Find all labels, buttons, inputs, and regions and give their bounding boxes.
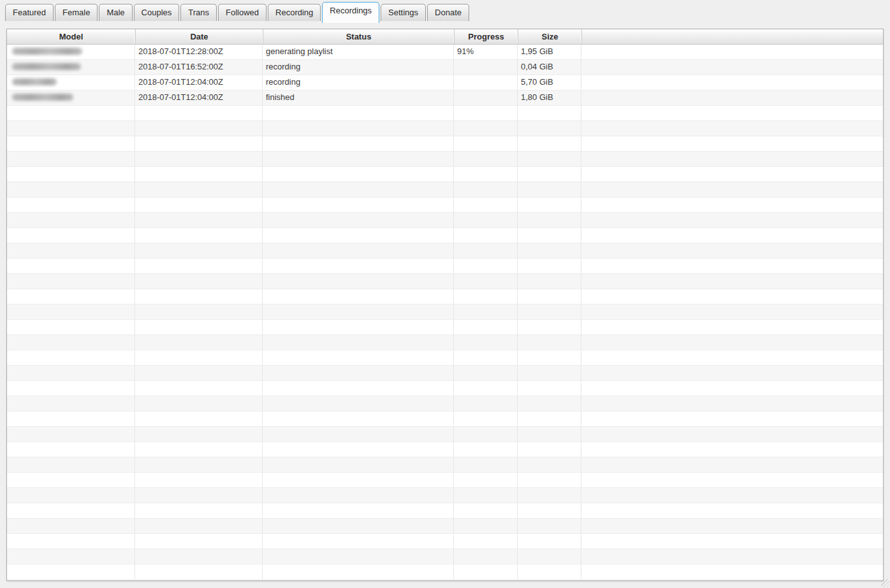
date-cell (135, 167, 263, 182)
progress-cell: 91% (454, 45, 518, 59)
size-cell (518, 320, 581, 334)
table-row[interactable]: 2018-07-01T12:04:00Zrecording5,70 GiB (7, 75, 883, 90)
column-header-progress[interactable]: Progress (455, 29, 518, 44)
model-cell (7, 488, 135, 503)
table-row-empty (7, 503, 883, 519)
tab-followed[interactable]: Followed (218, 4, 266, 21)
status-cell: generating playlist (263, 45, 454, 59)
size-cell (518, 396, 581, 411)
status-cell (263, 121, 454, 136)
filler-cell (581, 197, 883, 212)
date-cell (135, 320, 263, 334)
size-cell (518, 259, 581, 273)
table-row-empty (7, 228, 883, 243)
table-body: 2018-07-01T12:28:00Zgenerating playlist9… (7, 45, 883, 580)
tab-trans[interactable]: Trans (180, 4, 217, 21)
status-cell (263, 259, 454, 273)
filler-cell (581, 289, 883, 304)
size-cell (518, 442, 581, 457)
date-cell (135, 473, 263, 487)
size-cell (518, 228, 581, 243)
status-cell (263, 381, 454, 396)
table-row-empty (7, 381, 883, 396)
filler-cell (581, 320, 883, 334)
status-cell (263, 320, 454, 334)
filler-cell (581, 519, 883, 533)
date-cell (135, 549, 263, 564)
size-cell (518, 213, 581, 227)
progress-cell (454, 75, 518, 90)
progress-cell (454, 136, 518, 151)
table-row-empty (7, 427, 883, 442)
tab-donate[interactable]: Donate (427, 4, 469, 21)
column-header-filler[interactable] (582, 29, 883, 44)
column-header-size[interactable]: Size (518, 29, 582, 44)
model-cell (7, 75, 135, 90)
date-cell (135, 335, 263, 350)
model-cell (7, 243, 135, 258)
table-row-empty (7, 259, 883, 274)
progress-cell (454, 335, 518, 350)
status-cell (263, 274, 454, 289)
tab-recordings[interactable]: Recordings (322, 2, 379, 23)
table-row-empty (7, 396, 883, 412)
filler-cell (581, 121, 883, 136)
status-cell (263, 503, 454, 518)
progress-cell (454, 289, 518, 304)
filler-cell (581, 90, 883, 105)
table-row-empty (7, 197, 883, 213)
date-cell (135, 442, 263, 457)
table-row[interactable]: 2018-07-01T16:52:00Zrecording0,04 GiB (7, 60, 883, 75)
progress-cell (454, 167, 518, 182)
tab-female[interactable]: Female (55, 4, 98, 21)
table-row[interactable]: 2018-07-01T12:04:00Zfinished1,80 GiB (7, 90, 883, 106)
status-cell (263, 182, 454, 197)
column-header-date[interactable]: Date (136, 29, 263, 44)
model-cell (7, 197, 135, 212)
filler-cell (581, 213, 883, 227)
progress-cell (454, 412, 518, 426)
filler-cell (581, 442, 883, 457)
filler-cell (581, 167, 883, 182)
status-cell (263, 412, 454, 426)
progress-cell (454, 442, 518, 457)
tab-recording[interactable]: Recording (268, 4, 321, 21)
tab-male[interactable]: Male (99, 4, 132, 21)
date-cell: 2018-07-01T12:04:00Z (135, 90, 263, 105)
progress-cell (454, 473, 518, 487)
size-cell: 1,95 GiB (518, 45, 581, 59)
filler-cell (581, 243, 883, 258)
tab-couples[interactable]: Couples (134, 4, 180, 21)
table-row-empty (7, 473, 883, 488)
progress-cell (454, 350, 518, 365)
progress-cell (454, 396, 518, 411)
table-row-empty (7, 488, 883, 503)
size-cell: 5,70 GiB (518, 75, 581, 90)
model-cell (7, 60, 135, 75)
model-cell (7, 442, 135, 457)
column-header-model[interactable]: Model (7, 29, 136, 44)
table-row[interactable]: 2018-07-01T12:28:00Zgenerating playlist9… (7, 45, 883, 60)
size-cell (518, 457, 581, 472)
date-cell (135, 136, 263, 151)
filler-cell (581, 488, 883, 503)
column-header-status[interactable]: Status (263, 29, 455, 44)
status-cell: finished (263, 90, 454, 105)
progress-cell (454, 564, 518, 579)
size-cell (518, 488, 581, 503)
tab-settings[interactable]: Settings (381, 4, 426, 21)
progress-cell (454, 320, 518, 334)
date-cell (135, 274, 263, 289)
table-header-row: ModelDateStatusProgressSize (7, 29, 883, 45)
status-cell (263, 228, 454, 243)
model-cell (7, 457, 135, 472)
tab-featured[interactable]: Featured (5, 4, 54, 21)
filler-cell (581, 45, 883, 59)
status-cell (263, 488, 454, 503)
progress-cell (454, 60, 518, 75)
model-cell (7, 259, 135, 273)
progress-cell (454, 90, 518, 105)
date-cell (135, 213, 263, 227)
filler-cell (581, 564, 883, 579)
filler-cell (581, 412, 883, 426)
